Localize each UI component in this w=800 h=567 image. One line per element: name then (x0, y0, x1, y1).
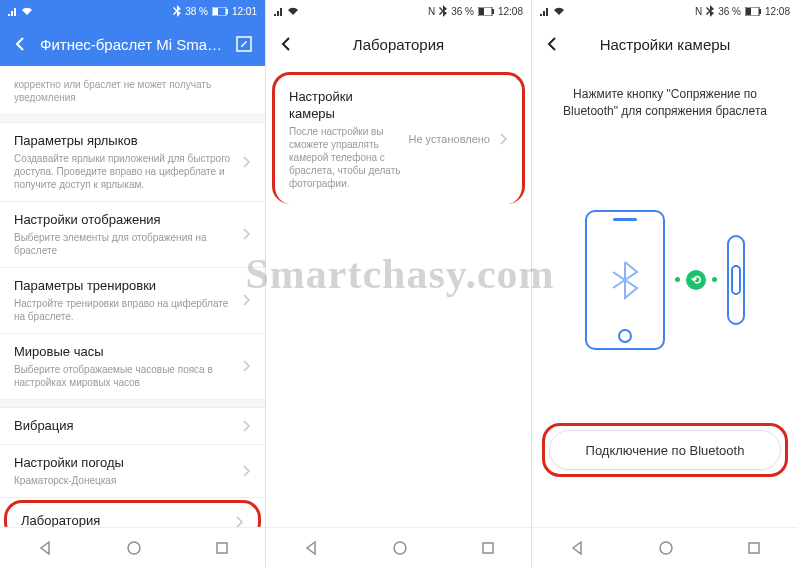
button-highlight: Подключение по Bluetooth (542, 423, 788, 477)
signal-icon (274, 6, 284, 16)
connection-indicator: ⟲ (675, 270, 717, 290)
nav-recent-icon[interactable] (214, 540, 230, 556)
pairing-illustration: ⟲ (532, 210, 798, 350)
chevron-right-icon (241, 155, 251, 169)
nav-back-icon[interactable] (36, 539, 54, 557)
svg-rect-10 (483, 543, 493, 553)
svg-rect-13 (759, 9, 761, 14)
chevron-right-icon (234, 515, 244, 527)
android-navbar (532, 527, 798, 567)
nav-recent-icon[interactable] (746, 540, 762, 556)
wifi-icon (553, 6, 565, 16)
status-bar: 38 % 12:01 (0, 0, 265, 22)
svg-rect-2 (226, 9, 228, 14)
time-text: 12:08 (498, 6, 523, 17)
battery-icon (212, 7, 228, 16)
svg-rect-15 (749, 543, 759, 553)
list-item-worldclock[interactable]: Мировые часы Выберите отображаемые часов… (0, 334, 265, 400)
bluetooth-large-icon (610, 260, 640, 300)
phone-screen-1: 38 % 12:01 Фитнес-браслет Mi Smart... ко… (0, 0, 266, 567)
chevron-right-icon (498, 132, 508, 146)
edit-icon[interactable] (235, 35, 253, 53)
phone-screen-2: N 36 % 12:08 Лаборатория Настройки камер… (266, 0, 532, 567)
bluetooth-icon (173, 5, 181, 17)
list-item-laboratory[interactable]: Лаборатория (4, 500, 261, 527)
battery-icon (478, 7, 494, 16)
signal-icon (8, 6, 18, 16)
phone-screen-3: N 36 % 12:08 Настройки камеры Нажмите кн… (532, 0, 798, 567)
content-area: Настройки камеры После настройки вы смож… (266, 66, 531, 527)
bluetooth-icon (706, 5, 714, 17)
app-header: Фитнес-браслет Mi Smart... (0, 22, 265, 66)
header-title: Лаборатория (306, 36, 491, 53)
phone-illustration (585, 210, 665, 350)
battery-text: 38 % (185, 6, 208, 17)
list-item-display[interactable]: Настройки отображения Выберите элементы … (0, 202, 265, 268)
wifi-icon (21, 6, 33, 16)
svg-point-4 (128, 542, 140, 554)
status-bar: N 36 % 12:08 (266, 0, 531, 22)
nav-home-icon[interactable] (391, 539, 409, 557)
back-icon[interactable] (12, 35, 30, 53)
app-header: Настройки камеры (532, 22, 798, 66)
back-icon[interactable] (544, 35, 562, 53)
time-text: 12:08 (765, 6, 790, 17)
chevron-right-icon (241, 359, 251, 373)
header-title: Фитнес-браслет Mi Smart... (40, 36, 225, 53)
signal-icon (540, 6, 550, 16)
nav-back-icon[interactable] (568, 539, 586, 557)
link-icon: ⟲ (686, 270, 706, 290)
svg-rect-8 (492, 9, 494, 14)
battery-icon (745, 7, 761, 16)
list-item-truncated[interactable]: корректно или браслет не может получать … (0, 66, 265, 115)
list-item-vibration[interactable]: Вибрация (0, 408, 265, 446)
chevron-right-icon (241, 293, 251, 307)
wifi-icon (287, 6, 299, 16)
section-gap (0, 115, 265, 123)
android-navbar (0, 527, 265, 567)
app-header: Лаборатория (266, 22, 531, 66)
list-item-camera-settings[interactable]: Настройки камеры После настройки вы смож… (272, 72, 525, 204)
list-item-shortcuts[interactable]: Параметры ярлыков Создавайте ярлыки прил… (0, 123, 265, 202)
band-illustration (727, 235, 745, 325)
battery-text: 36 % (451, 6, 474, 17)
header-title: Настройки камеры (572, 36, 758, 53)
nav-back-icon[interactable] (302, 539, 320, 557)
chevron-right-icon (241, 419, 251, 433)
chevron-right-icon (241, 227, 251, 241)
settings-list: корректно или браслет не может получать … (0, 66, 265, 527)
bluetooth-connect-button[interactable]: Подключение по Bluetooth (549, 430, 781, 470)
back-icon[interactable] (278, 35, 296, 53)
svg-rect-7 (479, 8, 484, 15)
section-gap (0, 400, 265, 408)
battery-text: 36 % (718, 6, 741, 17)
nfc-icon: N (428, 6, 435, 17)
content-area: Нажмите кнопку "Сопряжение по Bluetooth"… (532, 66, 798, 527)
nav-recent-icon[interactable] (480, 540, 496, 556)
status-bar: N 36 % 12:08 (532, 0, 798, 22)
svg-rect-1 (213, 8, 218, 15)
list-item-workout[interactable]: Параметры тренировки Настройте тренировк… (0, 268, 265, 334)
bluetooth-icon (439, 5, 447, 17)
android-navbar (266, 527, 531, 567)
svg-rect-5 (217, 543, 227, 553)
time-text: 12:01 (232, 6, 257, 17)
instruction-text: Нажмите кнопку "Сопряжение по Bluetooth"… (532, 66, 798, 120)
nfc-icon: N (695, 6, 702, 17)
svg-point-9 (394, 542, 406, 554)
nav-home-icon[interactable] (125, 539, 143, 557)
svg-point-14 (660, 542, 672, 554)
nav-home-icon[interactable] (657, 539, 675, 557)
dot-icon (712, 277, 717, 282)
svg-rect-12 (746, 8, 751, 15)
status-text: Не установлено (408, 133, 490, 145)
list-item-weather[interactable]: Настройки погоды Краматорск-Донецкая (0, 445, 265, 498)
dot-icon (675, 277, 680, 282)
chevron-right-icon (241, 464, 251, 478)
